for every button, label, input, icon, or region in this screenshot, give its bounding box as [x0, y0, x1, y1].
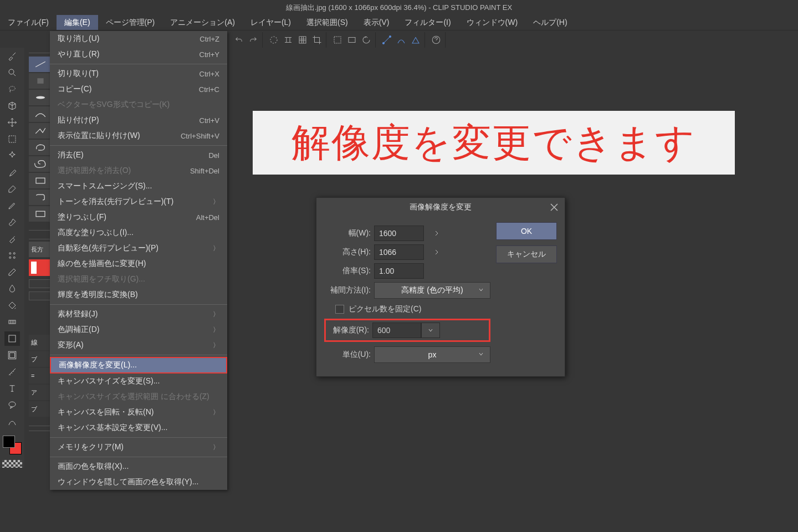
subtool-spiral[interactable] [29, 156, 52, 172]
menu-material[interactable]: 素材登録(J)〉 [50, 306, 227, 322]
correct-tool-icon[interactable] [4, 415, 20, 429]
subtool-stream[interactable] [29, 90, 52, 105]
deco-tool-icon[interactable] [4, 248, 20, 263]
3d-tool-icon[interactable] [4, 99, 20, 113]
subtool-roundrect[interactable] [29, 190, 52, 205]
rect-icon[interactable] [345, 34, 359, 46]
crop-icon[interactable] [310, 34, 324, 46]
fixpixel-row[interactable]: ピクセル数を固定(C) [324, 304, 490, 314]
wand-tool-icon[interactable] [4, 149, 20, 163]
menu-redo[interactable]: やり直し(R)Ctrl+Y [50, 47, 227, 62]
frame-tool-icon[interactable] [4, 348, 20, 362]
menu-layer[interactable]: レイヤー(L) [243, 15, 299, 30]
menu-canvasrotate[interactable]: キャンバスを回転・反転(N)〉 [50, 405, 227, 420]
subtool-label-brush[interactable]: ブ [29, 351, 52, 367]
menu-filter[interactable]: フィルター(I) [397, 15, 458, 30]
pen-tool-icon[interactable] [4, 182, 20, 196]
grid-icon[interactable] [296, 34, 309, 46]
marquee-tool-icon[interactable] [4, 132, 20, 146]
gradient-tool-icon[interactable] [4, 315, 20, 329]
cancel-button[interactable]: キャンセル [496, 245, 557, 263]
menu-edit[interactable]: 編集(E) [57, 15, 98, 30]
rotate-icon[interactable] [360, 34, 373, 46]
undo-icon[interactable] [232, 34, 245, 46]
menu-advfill[interactable]: 高度な塗りつぶし(I)... [50, 225, 227, 241]
width-expand-icon[interactable] [428, 226, 445, 241]
color-swatch[interactable] [3, 436, 22, 454]
menu-file[interactable]: ファイル(F) [0, 15, 57, 30]
menu-pasteat[interactable]: 表示位置に貼り付け(W)Ctrl+Shift+V [50, 128, 227, 144]
menu-help[interactable]: ヘルプ(H) [525, 15, 575, 30]
menu-undo[interactable]: 取り消し(U)Ctrl+Z [50, 31, 227, 47]
subtool-curve[interactable] [29, 106, 52, 122]
menu-hidewin[interactable]: ウィンドウを隠して画面の色を取得(Y)... [50, 474, 227, 490]
lasso-tool-icon[interactable] [4, 82, 20, 96]
subtool-slot-2[interactable] [29, 291, 52, 300]
subtool-rect2[interactable] [29, 206, 52, 222]
interp-select[interactable]: 高精度 (色の平均) [374, 282, 490, 299]
panel-grip[interactable] [29, 426, 52, 431]
balloon-tool-icon[interactable] [4, 398, 20, 412]
menu-tonecorr[interactable]: 色調補正(D)〉 [50, 322, 227, 337]
subtool-stamp[interactable] [29, 73, 52, 89]
close-icon[interactable] [549, 202, 559, 212]
menu-pickcolor[interactable]: 画面の色を取得(X)... [50, 459, 227, 474]
selection-icon[interactable] [331, 34, 344, 46]
ruler-tool-icon[interactable] [4, 365, 20, 379]
airbrush-tool-icon[interactable] [4, 232, 20, 246]
bucket-tool-icon[interactable] [4, 298, 20, 313]
menu-transform[interactable]: 変形(A)〉 [50, 337, 227, 353]
menu-paste[interactable]: 貼り付け(P)Ctrl+V [50, 112, 227, 128]
subtool-line[interactable] [29, 57, 52, 72]
menu-canvasbasic[interactable]: キャンバス基本設定を変更(V)... [50, 420, 227, 436]
pencil-tool-icon[interactable] [4, 198, 20, 213]
menu-autocolor[interactable]: 自動彩色(先行プレビュー)(P)〉 [50, 241, 227, 256]
text-tool-icon[interactable] [4, 381, 20, 396]
blend-tool-icon[interactable] [4, 282, 20, 296]
move-tool-icon[interactable] [4, 115, 20, 130]
eyedropper-tool-icon[interactable] [4, 165, 20, 180]
curve-tool-icon[interactable] [395, 34, 408, 46]
menu-smart[interactable]: スマートスムージング(S)... [50, 178, 227, 194]
subtool-label-b[interactable]: ブ [29, 401, 52, 417]
subtool-lasso[interactable] [29, 140, 52, 155]
subtool-slot-1[interactable] [29, 279, 52, 288]
menu-fill[interactable]: 塗りつぶし(F)Alt+Del [50, 209, 227, 225]
fixpixel-checkbox[interactable] [335, 305, 344, 314]
menu-linecolor[interactable]: 線の色を描画色に変更(H) [50, 256, 227, 272]
resolution-field[interactable]: 600 [372, 323, 421, 338]
menu-canvassize[interactable]: キャンバスサイズを変更(S)... [50, 374, 227, 389]
width-field[interactable]: 1600 [374, 226, 424, 241]
subtool-label-stroke[interactable]: = [29, 368, 52, 383]
path-tool-icon[interactable] [380, 34, 393, 46]
main-color[interactable] [3, 436, 15, 448]
shape-tool-icon[interactable] [4, 331, 20, 346]
clear-icon[interactable] [282, 34, 295, 46]
menu-page[interactable]: ページ管理(P) [98, 15, 163, 30]
ok-button[interactable]: OK [496, 222, 557, 240]
menu-clear[interactable]: 消去(E)Del [50, 147, 227, 163]
height-expand-icon[interactable] [428, 244, 445, 260]
loading-icon[interactable] [267, 34, 280, 46]
menu-select[interactable]: 選択範囲(S) [299, 15, 356, 30]
menu-tone[interactable]: トーンを消去(先行プレビュー)(T)〉 [50, 194, 227, 209]
menu-cut[interactable]: 切り取り(T)Ctrl+X [50, 66, 227, 81]
menu-imageres[interactable]: 画像解像度を変更(L)... [50, 357, 227, 374]
subtool-polyline[interactable] [29, 123, 52, 139]
help-icon[interactable] [429, 34, 443, 46]
unit-select[interactable]: px [374, 346, 490, 363]
zoom-tool-icon[interactable] [4, 65, 20, 80]
scale-field[interactable]: 1.00 [374, 263, 424, 279]
menu-copy[interactable]: コピー(C)Ctrl+C [50, 81, 227, 97]
menu-window[interactable]: ウィンドウ(W) [459, 15, 526, 30]
menu-view[interactable]: 表示(V) [356, 15, 397, 30]
brush-tool-icon[interactable] [4, 49, 20, 63]
subtool-label-anti[interactable]: ア [29, 385, 52, 400]
redo-icon[interactable] [247, 34, 260, 46]
resolution-dropdown-icon[interactable] [421, 323, 440, 338]
transparency-swatch[interactable] [2, 460, 22, 468]
subtool-rect[interactable] [29, 173, 52, 188]
color-preview[interactable] [29, 259, 52, 276]
paintbrush-tool-icon[interactable] [4, 215, 20, 229]
menu-animation[interactable]: アニメーション(A) [162, 15, 243, 30]
